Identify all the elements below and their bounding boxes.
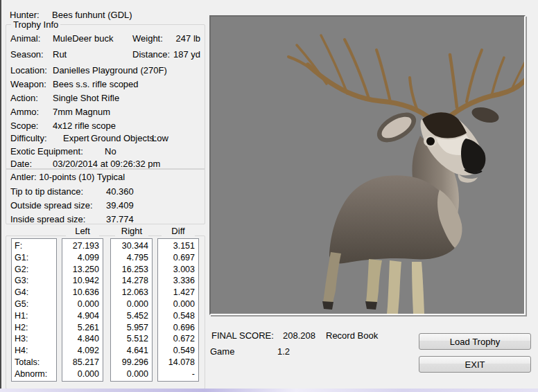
hunter-label: Hunter: — [10, 10, 40, 20]
measurement-cell-right: 14.278 — [111, 275, 152, 287]
measurement-cell-left: 0.000 — [62, 368, 103, 380]
final-score-value: 208.208 — [283, 330, 315, 341]
measurement-cell-diff: 3.003 — [158, 264, 198, 276]
measurement-cell-left: 4.840 — [62, 333, 103, 345]
measurement-cell-diff: - — [158, 368, 198, 380]
window-left-border — [0, 0, 1, 392]
difficulty-value: Expert — [63, 133, 89, 143]
season-label: Season: — [10, 49, 44, 60]
animal-value: MuleDeer buck — [53, 33, 113, 44]
column-header-right: Right — [115, 226, 148, 236]
outside-spread-label: Outside spread size: — [10, 200, 93, 211]
measurement-cell-diff: 0.000 — [158, 299, 198, 310]
exotic-equipment-label: Exotic Equipment: — [10, 146, 83, 157]
location-value: Danielles Playground (270F) — [53, 65, 167, 75]
final-score-label: FINAL SCORE: — [211, 330, 274, 341]
animal-label: Animal: — [10, 33, 40, 44]
difficulty-label: Difficulty: — [10, 133, 47, 143]
deer-render — [211, 17, 524, 314]
measurement-cell-left: 4.904 — [62, 310, 103, 322]
action-label: Action: — [10, 93, 38, 103]
measurement-cell-left: 85.217 — [62, 357, 103, 368]
measurement-cell-diff: 0.549 — [158, 345, 198, 357]
measurement-cell-label: G2: — [12, 264, 56, 276]
window-bottom-border — [0, 389, 538, 392]
measurement-cell-diff: 0.697 — [158, 252, 198, 264]
record-book-badge: Record Book — [326, 330, 378, 341]
measurement-cell-diff: 1.427 — [158, 287, 198, 299]
measurement-cell-right: 5.452 — [111, 310, 152, 322]
measurement-cell-right: 12.063 — [111, 287, 152, 299]
action-value: Single Shot Rifle — [53, 93, 119, 103]
date-value: 03/20/2014 at 09:26:32 pm — [53, 159, 160, 169]
inside-spread-label: Inside spread size: — [10, 214, 85, 224]
weapon-value: Bees s.s. rifle scoped — [53, 79, 139, 89]
measurement-cell-label: H3: — [12, 333, 56, 345]
measurement-cell-label: H2: — [12, 322, 56, 334]
measurement-cell-right: 0.000 — [111, 299, 152, 310]
measurement-cell-right: 0.000 — [111, 368, 152, 380]
measurement-cell-right: 30.344 — [111, 240, 152, 252]
measurement-cell-left: 13.250 — [62, 264, 103, 276]
measurement-cell-right: 5.957 — [111, 322, 152, 334]
date-label: Date: — [10, 159, 32, 169]
exit-button[interactable]: EXIT — [419, 356, 531, 373]
tip-to-tip-label: Tip to tip distance: — [10, 186, 83, 197]
scope-value: 4x12 rifle scope — [53, 121, 116, 131]
measurement-cell-label: Totals: — [12, 357, 56, 368]
measurement-cell-label: G4: — [12, 287, 56, 299]
scope-label: Scope: — [10, 121, 38, 131]
measurement-cell-left: 5.261 — [62, 322, 103, 334]
trophy-render-panel — [209, 15, 526, 315]
measurement-cell-diff: 3.336 — [158, 275, 198, 287]
measurement-cell-diff: 0.696 — [158, 322, 198, 334]
inside-spread-value: 37.774 — [106, 214, 134, 224]
measurement-cell-left: 4.092 — [62, 345, 103, 357]
hunter-value: Bees funhunt (GDL) — [52, 10, 132, 20]
measurement-cell-left: 4.099 — [62, 252, 103, 264]
tip-to-tip-value: 40.360 — [106, 186, 134, 197]
measurement-cell-diff: 3.151 — [158, 240, 198, 252]
ground-objects-value: Low — [152, 133, 168, 143]
measurement-cell-label: H4: — [12, 345, 56, 357]
trophy-info-groupbox: Trophy Info Animal: MuleDeer buck Weight… — [6, 24, 205, 170]
trophy-window: Hunter: Bees funhunt (GDL) Trophy Info A… — [0, 0, 538, 392]
trophy-info-title: Trophy Info — [11, 19, 60, 30]
measurement-left-listbox[interactable]: 27.1934.09913.25010.94210.6360.0004.9045… — [62, 238, 103, 382]
measurement-cell-right: 5.512 — [111, 333, 152, 345]
measurement-labels-listbox[interactable]: F:G1:G2:G3:G4:G5:H1:H2:H3:H4:Totals:Abno… — [11, 238, 57, 382]
game-label: Game — [210, 346, 234, 357]
game-version-value: 1.2 — [277, 346, 290, 357]
measurement-cell-label: G5: — [12, 299, 56, 310]
measurement-cell-right: 16.253 — [111, 264, 152, 276]
measurement-cell-left: 0.000 — [62, 299, 103, 310]
measurement-cell-left: 27.193 — [62, 240, 103, 252]
measurement-cell-label: H1: — [12, 310, 56, 322]
measurement-diff-listbox[interactable]: 3.1510.6973.0033.3361.4270.0000.5480.696… — [157, 238, 199, 382]
measurement-cell-diff: 14.078 — [158, 357, 198, 368]
weight-value: 247 lb — [166, 33, 200, 44]
column-header-diff: Diff — [162, 226, 195, 236]
measurement-cell-label: Abnorm: — [12, 368, 56, 380]
measurement-cell-left: 10.942 — [62, 275, 103, 287]
outside-spread-value: 39.409 — [106, 200, 134, 211]
measurement-cell-right: 4.641 — [111, 345, 152, 357]
exotic-equipment-value: No — [105, 146, 116, 157]
antler-summary-box: Antler: 10-points (10) Typical Tip to ti… — [6, 168, 205, 224]
measurement-cell-left: 10.636 — [62, 287, 103, 299]
ammo-label: Ammo: — [10, 107, 39, 117]
distance-label: Distance: — [132, 49, 170, 60]
measurement-cell-label: F: — [12, 240, 56, 252]
load-trophy-button[interactable]: Load Trophy — [419, 333, 531, 350]
measurement-right-listbox[interactable]: 30.3444.79516.25314.27812.0630.0005.4525… — [110, 238, 153, 382]
antler-summary: Antler: 10-points (10) Typical — [10, 172, 125, 182]
measurement-cell-right: 4.795 — [111, 252, 152, 264]
measurement-cell-diff: 0.672 — [158, 333, 198, 345]
location-label: Location: — [10, 65, 47, 75]
ground-objects-label: Ground Objects: — [91, 133, 157, 143]
measurement-cell-label: G1: — [12, 252, 56, 264]
measurement-cell-label: G3: — [12, 275, 56, 287]
measurement-cell-right: 99.296 — [111, 357, 152, 368]
season-value: Rut — [53, 49, 67, 60]
measurement-cell-diff: 0.548 — [158, 310, 198, 322]
